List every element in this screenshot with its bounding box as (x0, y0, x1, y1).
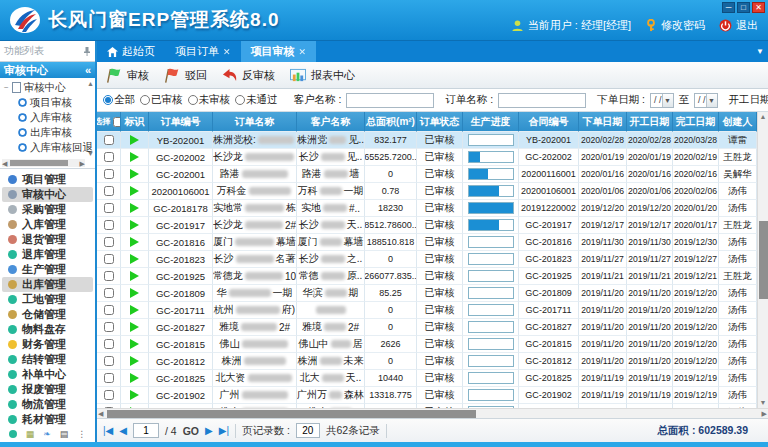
sidebar-item-审核中心[interactable]: 审核中心 (2, 187, 93, 202)
tab-项目订单[interactable]: 项目订单✕ (165, 41, 241, 62)
table-row[interactable]: GC-201917长沙龙2#长沙天..8512.78600..已审核GC-201… (97, 217, 757, 234)
cart-icon[interactable]: ▦ (26, 429, 35, 439)
table-row[interactable]: GC-201809华一期华滨期85.25已审核GC-2018092019/11/… (97, 285, 757, 302)
go-button[interactable]: GO (183, 425, 199, 437)
filter-radio-已审核[interactable] (140, 95, 150, 105)
审核-button[interactable]: 审核 (105, 67, 149, 84)
filter-radio-未通过[interactable] (235, 95, 245, 105)
function-list-header[interactable]: 功能列表 (0, 41, 95, 62)
tab-close-icon[interactable]: ✕ (223, 47, 231, 57)
table-scrollbar-vertical[interactable]: ▲ ▼ (757, 112, 768, 408)
table-row[interactable]: GC-202002长沙龙长沙见..65525.7200..已审核GC-20200… (97, 149, 757, 166)
tree-node-入库审核回退[interactable]: 入库审核回退 (4, 140, 95, 155)
sidebar-item-财务管理[interactable]: 财务管理 (2, 337, 93, 352)
table-row[interactable]: GC-201827雅境2#雅境2#0已审核GC-2018272019/11/20… (97, 319, 757, 336)
page-size-input[interactable] (296, 423, 320, 438)
doc-icon[interactable]: ▤ (60, 429, 69, 439)
table-row[interactable]: GC-201825北大资北大天..10440已审核GC-2018252019/1… (97, 370, 757, 387)
customer-name-input[interactable] (346, 93, 434, 108)
column-header-合同编号[interactable]: 合同编号 (519, 112, 579, 132)
table-row[interactable]: GC-202001路港路港墙0已审核202001160012020/01/162… (97, 166, 757, 183)
tab-起始页[interactable]: 起始页 (97, 41, 165, 62)
row-checkbox[interactable] (104, 254, 114, 264)
row-checkbox[interactable] (104, 356, 114, 366)
change-password-button[interactable]: 修改密码 (645, 18, 705, 33)
row-checkbox[interactable] (104, 305, 114, 315)
row-checkbox[interactable] (104, 237, 114, 247)
next-page-button[interactable]: ▶ (205, 425, 213, 436)
tree-node-出库审核[interactable]: 出库审核 (4, 125, 95, 140)
row-checkbox[interactable] (104, 322, 114, 332)
order-date-end-input[interactable]: / /▼ (694, 93, 718, 108)
row-checkbox[interactable] (104, 288, 114, 298)
row-checkbox[interactable] (104, 339, 114, 349)
column-header-订单编号[interactable]: 订单编号 (149, 112, 213, 132)
calendar-dropdown-icon[interactable]: ▼ (662, 94, 673, 107)
select-all-checkbox[interactable] (113, 117, 122, 127)
overflow-icon[interactable]: ⋮ (77, 429, 86, 439)
table-row[interactable]: GC-201902广州广州万森林13318.775已审核GC-201902201… (97, 387, 757, 404)
sidebar-item-结转管理[interactable]: 结转管理 (2, 352, 93, 367)
sidebar-item-出库管理[interactable]: 出库管理 (2, 277, 93, 292)
tree-node-入库审核[interactable]: 入库审核 (4, 110, 95, 125)
collapse-icon[interactable]: « (85, 64, 91, 76)
sidebar-item-生产管理[interactable]: 生产管理 (2, 262, 93, 277)
column-header-下单日期[interactable]: 下单日期 (579, 112, 627, 132)
sidebar-item-退库管理[interactable]: 退库管理 (2, 247, 93, 262)
tree-node-项目审核[interactable]: 项目审核 (4, 95, 95, 110)
column-header-总面积(m²)[interactable]: 总面积(m²) (365, 112, 417, 132)
row-checkbox[interactable] (104, 271, 114, 281)
table-scrollbar-horizontal[interactable]: ◀ ▶ (97, 408, 768, 418)
table-row[interactable]: GC-201816厦门幕墙厦门幕墙188510.818已审核GC-2018162… (97, 234, 757, 251)
row-checkbox[interactable] (104, 373, 114, 383)
order-date-input[interactable]: / /▼ (650, 93, 674, 108)
sidebar-item-工地管理[interactable]: 工地管理 (2, 292, 93, 307)
filter-radio-全部[interactable] (103, 95, 113, 105)
tree-root-node[interactable]: − 审核中心 (4, 80, 95, 95)
column-header-选择[interactable]: 选择 (97, 112, 121, 132)
sidebar-item-仓储管理[interactable]: 仓储管理 (2, 307, 93, 322)
sidebar-item-耗材管理[interactable]: 耗材管理 (2, 412, 93, 426)
row-checkbox[interactable] (104, 220, 114, 230)
column-header-订单名称[interactable]: 订单名称 (213, 112, 297, 132)
table-row[interactable]: YB-202001株洲党校:株洲党见..832.177已审核YB-2020012… (97, 132, 757, 149)
sidebar-item-项目管理[interactable]: 项目管理 (2, 172, 93, 187)
tab-close-icon[interactable]: ✕ (299, 47, 307, 57)
calendar-dropdown-icon[interactable]: ▼ (706, 94, 717, 107)
table-vscroll-thumb[interactable] (759, 221, 768, 299)
page-number-input[interactable] (133, 423, 159, 438)
row-checkbox[interactable] (104, 135, 114, 145)
sidebar-item-入库管理[interactable]: 入库管理 (2, 217, 93, 232)
leaf-icon[interactable]: ❧ (43, 429, 51, 439)
prev-page-button[interactable]: ◀ (119, 425, 127, 436)
pin-icon[interactable] (83, 46, 91, 56)
table-hscroll-thumb[interactable] (107, 410, 476, 418)
sidebar-item-报废管理[interactable]: 报废管理 (2, 382, 93, 397)
row-checkbox[interactable] (104, 186, 114, 196)
row-checkbox[interactable] (104, 169, 114, 179)
column-header-创建人[interactable]: 创建人 (719, 112, 757, 132)
column-header-生产进度[interactable]: 生产进度 (463, 112, 519, 132)
column-header-客户名称[interactable]: 客户名称 (297, 112, 365, 132)
first-page-button[interactable]: |◀ (103, 425, 113, 436)
tree-scroll-thumb[interactable] (10, 160, 68, 166)
logout-button[interactable]: 退出 (719, 18, 758, 33)
column-header-开工日期[interactable]: 开工日期 (627, 112, 673, 132)
order-name-input[interactable] (498, 93, 586, 108)
sidebar-item-物料盘存[interactable]: 物料盘存 (2, 322, 93, 337)
sidebar-item-补单中心[interactable]: 补单中心 (2, 367, 93, 382)
驳回-button[interactable]: 驳回 (163, 67, 207, 84)
sidebar-item-采购管理[interactable]: 采购管理 (2, 202, 93, 217)
table-row[interactable]: GC-201925常德龙10常德原..266077.835..已审核GC-201… (97, 268, 757, 285)
tab-overflow-icon[interactable]: ▼ (756, 47, 768, 56)
table-row[interactable]: GC-201812株洲株洲未来0已审核GC-2018122019/11/2020… (97, 353, 757, 370)
last-page-button[interactable]: ▶| (219, 425, 229, 436)
close-button[interactable]: ✕ (752, 2, 765, 13)
filter-radio-未审核[interactable] (188, 95, 198, 105)
column-header-订单状态[interactable]: 订单状态 (417, 112, 463, 132)
sidebar-item-物流管理[interactable]: 物流管理 (2, 397, 93, 412)
maximize-button[interactable]: □ (737, 2, 750, 13)
sidebar-item-退货管理[interactable]: 退货管理 (2, 232, 93, 247)
报表中心-button[interactable]: 报表中心 (289, 68, 355, 83)
minimize-button[interactable]: ─ (722, 2, 735, 13)
